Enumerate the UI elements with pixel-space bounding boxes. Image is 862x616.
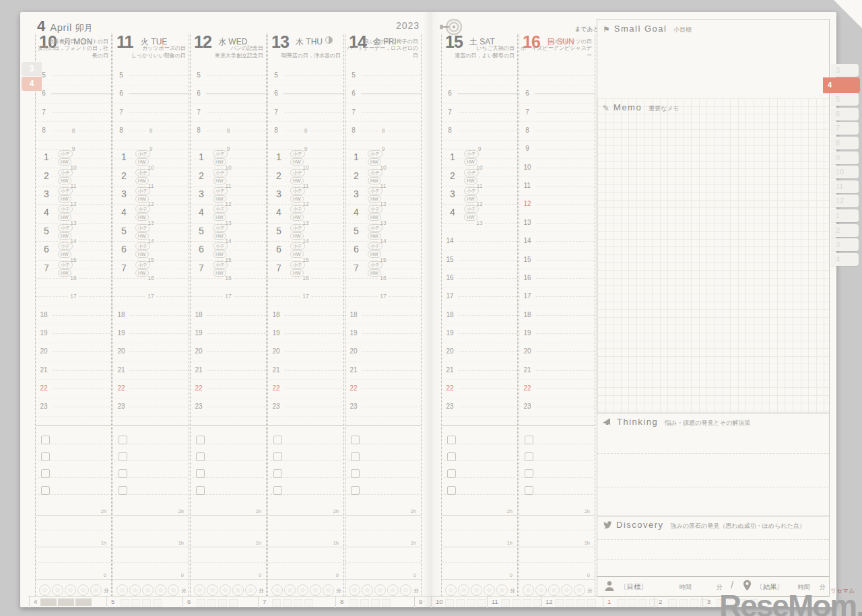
todo-checkbox[interactable]	[525, 469, 533, 478]
month-tab-11[interactable]: 11	[831, 180, 859, 193]
month-band-cell-6: 6	[183, 596, 259, 608]
todo-checkbox[interactable]	[447, 469, 456, 478]
todo-checkbox[interactable]	[196, 469, 205, 478]
rating-star[interactable]: ☆	[458, 584, 469, 596]
month-band-label: 1	[607, 598, 611, 605]
month-tab-1[interactable]: 1	[831, 209, 859, 222]
month-tab-4[interactable]: 4	[823, 77, 860, 93]
todo-checkbox[interactable]	[41, 436, 50, 444]
rating-star[interactable]: ☆	[297, 584, 308, 596]
todo-checkbox[interactable]	[447, 452, 456, 461]
todo-checkbox[interactable]	[41, 469, 50, 478]
month-tab-5[interactable]: 5	[831, 93, 859, 106]
month-band-cell-9: 9	[414, 596, 432, 608]
hour-label: 23	[442, 403, 457, 410]
rating-star[interactable]: ☆	[548, 584, 560, 596]
mid-hour-label: 17	[378, 293, 388, 300]
period-number: 3	[118, 189, 130, 199]
rating-star[interactable]: ☆	[374, 584, 386, 596]
rating-star[interactable]: ☆	[484, 584, 495, 596]
hour-label: 22	[36, 384, 51, 392]
rating-star[interactable]: ☆	[387, 584, 399, 596]
month-tab-2[interactable]: 2	[831, 224, 859, 237]
todo-checkbox[interactable]	[525, 436, 533, 444]
rating-star[interactable]: ☆	[142, 584, 154, 596]
graph-label: 1h	[583, 540, 591, 546]
rating-star[interactable]: ☆	[496, 584, 508, 596]
hour-label: 17	[520, 292, 535, 300]
month-tab-9[interactable]: 9	[831, 151, 859, 164]
month-tab-left-3[interactable]: 3	[22, 62, 42, 76]
month-tab-7[interactable]: 7	[831, 122, 859, 135]
month-tab-12[interactable]: 12	[831, 195, 859, 207]
rating-star[interactable]: ☆	[271, 584, 283, 596]
rating-star[interactable]: ☆	[52, 584, 63, 596]
rating-star[interactable]: ☆	[362, 584, 373, 596]
rating-star[interactable]: ☆	[445, 584, 457, 596]
todo-checkbox[interactable]	[351, 469, 360, 478]
todo-checkbox[interactable]	[119, 436, 127, 444]
todo-checkbox[interactable]	[119, 469, 127, 478]
rating-star[interactable]: ☆	[65, 584, 76, 596]
month-tab-10[interactable]: 10	[831, 166, 859, 178]
rating-star[interactable]: ☆	[245, 584, 257, 596]
month-tab-left-4[interactable]: 4	[22, 77, 42, 91]
todo-checkbox[interactable]	[41, 452, 50, 461]
todo-checkbox[interactable]	[273, 452, 282, 461]
rating-star[interactable]: ☆	[523, 584, 534, 596]
rating-star[interactable]: ☆	[220, 584, 231, 596]
todo-checkbox[interactable]	[351, 436, 360, 444]
todo-checkbox[interactable]	[351, 486, 360, 495]
todo-checkbox[interactable]	[196, 486, 205, 495]
rating-star[interactable]: ☆	[90, 584, 102, 596]
graph-label: 1h	[255, 540, 263, 546]
rating-star[interactable]: ☆	[168, 584, 179, 596]
rating-star[interactable]: ☆	[561, 584, 572, 596]
todo-checkbox[interactable]	[273, 436, 282, 444]
week-box	[512, 599, 521, 607]
todo-checkbox[interactable]	[273, 486, 282, 495]
rating-star[interactable]: ☆	[117, 584, 128, 596]
todo-checkbox[interactable]	[196, 436, 205, 444]
rating-star[interactable]: ☆	[155, 584, 166, 596]
rating-star[interactable]: ☆	[284, 584, 296, 596]
rating-star[interactable]: ☆	[207, 584, 218, 596]
hour-label: 7	[114, 108, 129, 116]
half-hour-line	[191, 361, 266, 362]
half-hour-line	[268, 306, 343, 306]
todo-checkbox[interactable]	[525, 452, 533, 461]
todo-checkbox[interactable]	[447, 486, 456, 495]
rating-star[interactable]: ☆	[471, 584, 482, 596]
rating-star[interactable]: ☆	[129, 584, 141, 596]
todo-checkbox[interactable]	[525, 486, 533, 495]
rating-star[interactable]: ☆	[232, 584, 244, 596]
month-tab-4[interactable]: 4	[831, 253, 859, 266]
month-tab-8[interactable]: 8	[831, 137, 859, 149]
half-hour-line	[268, 379, 343, 380]
day-column-13: 13木 THU喫茶店の日，浄水器の日5678181920212223891011…	[267, 34, 344, 596]
hour-label: 23	[36, 403, 51, 410]
todo-checkbox[interactable]	[447, 436, 456, 444]
rating-star[interactable]: ☆	[310, 584, 321, 596]
month-band-cell-2: 2	[654, 596, 703, 608]
month-tab-3[interactable]: 3	[831, 64, 859, 77]
rating-star[interactable]: ☆	[323, 584, 334, 596]
half-hour-line	[113, 306, 189, 306]
rating-star[interactable]: ☆	[77, 584, 89, 596]
rating-star[interactable]: ☆	[39, 584, 51, 596]
rating-star[interactable]: ☆	[349, 584, 360, 596]
rating-star[interactable]: ☆	[400, 584, 411, 596]
todo-checkbox[interactable]	[196, 452, 205, 461]
rating-star[interactable]: ☆	[535, 584, 547, 596]
todo-checkbox[interactable]	[351, 452, 360, 461]
month-tab-6[interactable]: 6	[831, 108, 859, 121]
homework-pill: HW	[368, 195, 381, 203]
holiday-label: エスプレッソの日	[519, 38, 592, 46]
todo-checkbox[interactable]	[119, 452, 127, 461]
todo-checkbox[interactable]	[41, 486, 50, 495]
rating-star[interactable]: ☆	[194, 584, 205, 596]
rating-star[interactable]: ☆	[574, 584, 585, 596]
month-tab-3[interactable]: 3	[831, 238, 859, 251]
todo-checkbox[interactable]	[273, 469, 282, 478]
todo-checkbox[interactable]	[119, 486, 127, 495]
